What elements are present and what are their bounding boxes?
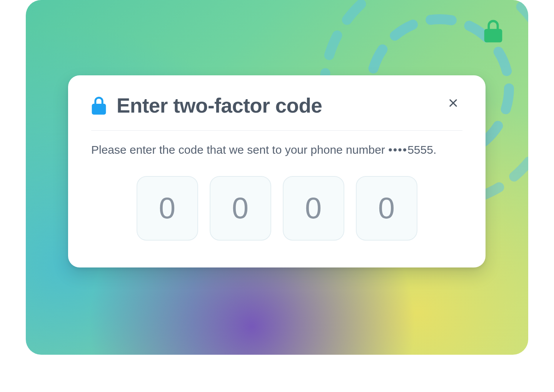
instructions-text: Please enter the code that we sent to yo… [91,141,462,158]
phone-last-digits: 5555 [407,143,433,156]
instructions-period: . [433,143,436,156]
two-factor-modal: Enter two-factor code Please enter the c… [68,75,486,267]
code-digit-2[interactable] [210,176,271,241]
code-digit-4[interactable] [356,176,417,241]
instructions-prefix: Please enter the code that we sent to yo… [91,143,388,156]
code-input-row [91,176,462,241]
phone-mask: •••• [388,143,407,156]
lock-icon [480,18,507,45]
divider [91,130,462,131]
code-digit-3[interactable] [283,176,344,241]
modal-title: Enter two-factor code [117,94,322,117]
lock-icon [91,96,107,115]
close-button[interactable] [446,95,461,111]
modal-header: Enter two-factor code [91,94,462,117]
auth-background: Enter two-factor code Please enter the c… [26,0,528,355]
close-icon [448,98,459,108]
code-digit-1[interactable] [137,176,198,241]
